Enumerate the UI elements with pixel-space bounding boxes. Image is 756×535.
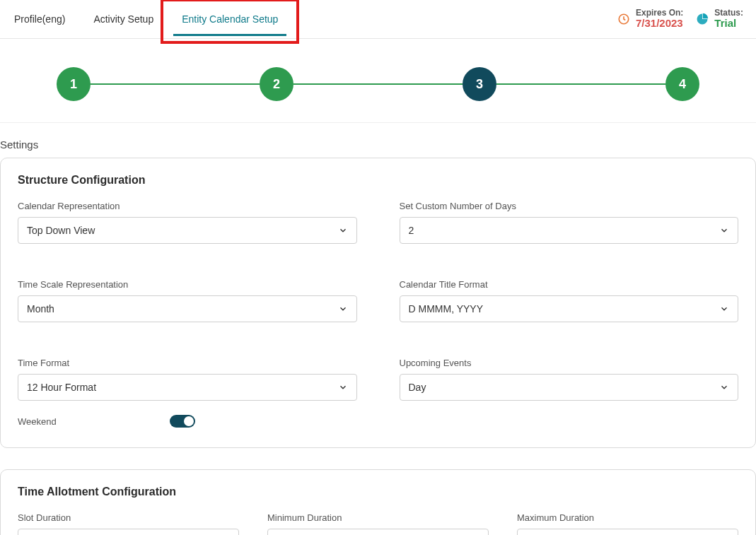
min-label: Minimum Duration [267,512,489,523]
step-4[interactable]: 4 [665,67,699,101]
calendar-rep-value: Top Down View [27,225,95,236]
weekend-toggle[interactable] [170,415,195,428]
custom-days-label: Set Custom Number of Days [400,201,739,211]
chevron-down-icon [719,225,729,235]
upcoming-select[interactable]: Day [400,374,739,401]
allotment-card-title: Time Allotment Configuration [18,486,738,498]
calendar-rep-label: Calendar Representation [18,201,357,211]
step-3-current[interactable]: 3 [463,67,496,101]
step-1[interactable]: 1 [57,67,91,101]
weekend-row: Weekend [18,415,738,428]
time-format-label: Time Format [18,358,357,368]
title-format-label: Calendar Title Format [400,279,739,290]
chevron-down-icon [338,382,348,392]
step-line [91,83,260,85]
tab-activity-setup[interactable]: Activity Setup [79,0,168,39]
time-allotment-card: Time Allotment Configuration Slot Durati… [0,469,756,535]
upcoming-value: Day [409,382,426,393]
slot-label: Slot Duration [18,512,239,523]
field-upcoming: Upcoming Events Day [400,358,739,401]
step-4-label: 4 [679,77,686,92]
upcoming-label: Upcoming Events [400,358,739,368]
structure-config-card: Structure Configuration Calendar Represe… [0,158,756,448]
step-1-label: 1 [70,77,77,92]
max-label: Maximum Duration [517,512,738,523]
field-title-format: Calendar Title Format D MMMM, YYYY [400,279,739,322]
pie-icon [696,13,709,25]
slot-select[interactable]: 90 Minutes [18,529,239,535]
step-2[interactable]: 2 [260,67,293,101]
tab-profile[interactable]: Profile(eng) [0,0,79,39]
tab-entity-calendar-setup[interactable]: Entity Calendar Setup [168,0,292,39]
field-time-format: Time Format 12 Hour Format [18,358,357,401]
calendar-rep-select[interactable]: Top Down View [18,217,357,244]
step-3-label: 3 [476,77,483,92]
chevron-down-icon [338,225,348,235]
custom-days-select[interactable]: 2 [400,217,739,244]
chevron-down-icon [338,304,348,314]
step-line [293,83,463,85]
tab-profile-label: Profile(eng) [14,13,65,25]
field-custom-days: Set Custom Number of Days 2 [400,201,739,244]
expires-value: 7/31/2023 [636,18,683,30]
step-2-label: 2 [273,77,280,92]
timescale-label: Time Scale Representation [18,279,357,290]
time-format-value: 12 Hour Format [27,382,96,393]
field-min-duration: Minimum Duration 00 [267,512,489,535]
stepper: 1 2 3 4 [0,39,756,123]
field-slot-duration: Slot Duration 90 Minutes [18,512,239,535]
settings-heading: Settings [0,123,756,158]
clock-icon [617,13,630,25]
field-timescale: Time Scale Representation Month [18,279,357,322]
min-select[interactable]: 00 [267,529,489,535]
tab-entity-label: Entity Calendar Setup [182,13,278,25]
top-nav: Profile(eng) Activity Setup Entity Calen… [0,0,756,39]
field-max-duration: Maximum Duration 24 [517,512,738,535]
weekend-label: Weekend [18,416,57,427]
step-line [496,83,665,85]
timescale-select[interactable]: Month [18,295,357,322]
field-calendar-representation: Calendar Representation Top Down View [18,201,357,244]
title-format-value: D MMMM, YYYY [409,303,484,314]
max-select[interactable]: 24 [517,529,738,535]
chevron-down-icon [719,382,729,392]
tab-activity-label: Activity Setup [93,13,153,25]
time-format-select[interactable]: 12 Hour Format [18,374,357,401]
status-info-block: Status: Trial [696,8,743,30]
expires-block: Expires On: 7/31/2023 [617,8,683,30]
custom-days-value: 2 [409,225,414,236]
structure-card-title: Structure Configuration [18,174,738,187]
title-format-select[interactable]: D MMMM, YYYY [400,295,739,322]
timescale-value: Month [27,303,54,314]
chevron-down-icon [719,304,729,314]
status-value: Trial [714,18,743,30]
